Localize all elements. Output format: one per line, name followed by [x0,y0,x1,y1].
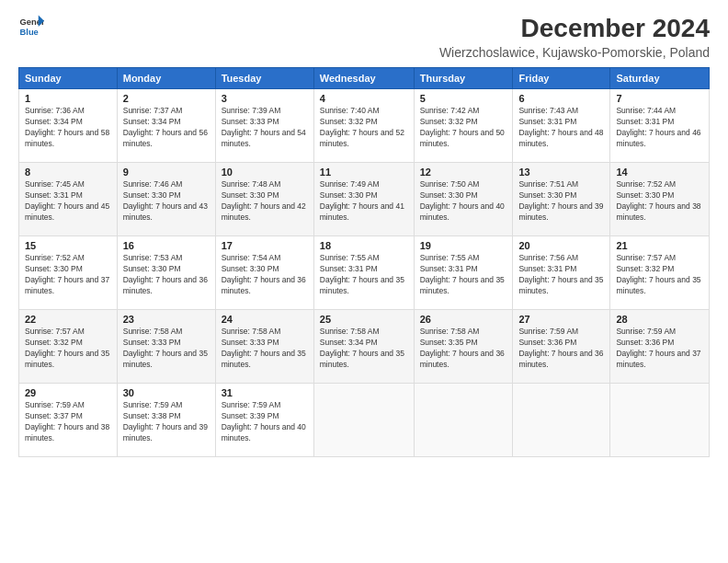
day-detail: Sunrise: 7:36 AMSunset: 3:34 PMDaylight:… [25,106,111,150]
day-number: 11 [320,167,408,178]
logo-icon: General Blue [18,14,44,40]
table-row: 9 Sunrise: 7:46 AMSunset: 3:30 PMDayligh… [117,163,215,236]
table-row: 15 Sunrise: 7:52 AMSunset: 3:30 PMDaylig… [19,236,118,310]
svg-text:Blue: Blue [20,28,39,37]
day-number: 19 [420,240,507,251]
col-saturday: Saturday [610,68,710,89]
day-number: 17 [222,240,308,251]
table-row: 16 Sunrise: 7:53 AMSunset: 3:30 PMDaylig… [117,236,215,310]
day-detail: Sunrise: 7:52 AMSunset: 3:30 PMDaylight:… [616,179,703,224]
day-detail: Sunrise: 7:59 AMSunset: 3:36 PMDaylight:… [616,327,703,371]
day-detail: Sunrise: 7:46 AMSunset: 3:30 PMDaylight:… [123,179,210,224]
table-row: 2 Sunrise: 7:37 AMSunset: 3:34 PMDayligh… [117,89,215,163]
day-number: 8 [25,167,111,178]
col-tuesday: Tuesday [215,68,313,89]
table-row: 22 Sunrise: 7:57 AMSunset: 3:32 PMDaylig… [19,310,118,384]
calendar-header-row: Sunday Monday Tuesday Wednesday Thursday… [19,68,710,89]
table-row: 8 Sunrise: 7:45 AMSunset: 3:31 PMDayligh… [19,163,118,236]
day-detail: Sunrise: 7:59 AMSunset: 3:36 PMDaylight:… [518,327,604,371]
table-row: 1 Sunrise: 7:36 AMSunset: 3:34 PMDayligh… [19,89,118,163]
col-monday: Monday [117,68,215,89]
day-number: 18 [320,240,408,251]
table-row: 30 Sunrise: 7:59 AMSunset: 3:38 PMDaylig… [117,384,215,457]
day-number: 27 [518,314,604,325]
day-detail: Sunrise: 7:58 AMSunset: 3:33 PMDaylight:… [222,327,308,371]
table-row: 20 Sunrise: 7:56 AMSunset: 3:31 PMDaylig… [513,236,610,310]
day-number: 16 [123,240,210,251]
day-number: 15 [25,240,111,251]
table-row: 31 Sunrise: 7:59 AMSunset: 3:39 PMDaylig… [215,384,313,457]
day-number: 2 [123,93,210,104]
table-row: 5 Sunrise: 7:42 AMSunset: 3:32 PMDayligh… [414,89,513,163]
day-number: 23 [123,314,210,325]
table-row: 26 Sunrise: 7:58 AMSunset: 3:35 PMDaylig… [414,310,513,384]
day-detail: Sunrise: 7:59 AMSunset: 3:37 PMDaylight:… [25,400,111,444]
day-number: 22 [25,314,111,325]
day-detail: Sunrise: 7:58 AMSunset: 3:33 PMDaylight:… [123,327,210,371]
table-row: 19 Sunrise: 7:55 AMSunset: 3:31 PMDaylig… [414,236,513,310]
day-detail: Sunrise: 7:59 AMSunset: 3:39 PMDaylight:… [222,400,308,444]
table-row: 24 Sunrise: 7:58 AMSunset: 3:33 PMDaylig… [215,310,313,384]
day-number: 6 [518,93,604,104]
table-row: 6 Sunrise: 7:43 AMSunset: 3:31 PMDayligh… [513,89,610,163]
day-detail: Sunrise: 7:48 AMSunset: 3:30 PMDaylight:… [222,179,308,224]
table-row: 12 Sunrise: 7:50 AMSunset: 3:30 PMDaylig… [414,163,513,236]
day-detail: Sunrise: 7:55 AMSunset: 3:31 PMDaylight:… [320,253,408,297]
table-row: 13 Sunrise: 7:51 AMSunset: 3:30 PMDaylig… [513,163,610,236]
day-number: 20 [518,240,604,251]
day-number: 24 [222,314,308,325]
day-detail: Sunrise: 7:50 AMSunset: 3:30 PMDaylight:… [420,179,507,224]
table-row: 10 Sunrise: 7:48 AMSunset: 3:30 PMDaylig… [215,163,313,236]
table-row [610,384,710,457]
day-number: 21 [616,240,703,251]
day-number: 28 [616,314,703,325]
day-number: 3 [222,93,308,104]
day-detail: Sunrise: 7:39 AMSunset: 3:33 PMDaylight:… [222,106,308,150]
day-detail: Sunrise: 7:44 AMSunset: 3:31 PMDaylight:… [616,106,703,150]
table-row [313,384,414,457]
table-row: 14 Sunrise: 7:52 AMSunset: 3:30 PMDaylig… [610,163,710,236]
table-row: 3 Sunrise: 7:39 AMSunset: 3:33 PMDayligh… [215,89,313,163]
page-subtitle: Wierzchoslawice, Kujawsko-Pomorskie, Pol… [439,45,710,60]
day-number: 29 [25,387,111,398]
page-header: General Blue December 2024 Wierzchoslawi… [18,14,710,60]
day-number: 25 [320,314,408,325]
day-number: 12 [420,167,507,178]
day-number: 1 [25,93,111,104]
day-detail: Sunrise: 7:43 AMSunset: 3:31 PMDaylight:… [518,106,604,150]
day-number: 4 [320,93,408,104]
day-detail: Sunrise: 7:53 AMSunset: 3:30 PMDaylight:… [123,253,210,297]
table-row: 21 Sunrise: 7:57 AMSunset: 3:32 PMDaylig… [610,236,710,310]
table-row: 11 Sunrise: 7:49 AMSunset: 3:30 PMDaylig… [313,163,414,236]
logo: General Blue [18,14,44,40]
day-detail: Sunrise: 7:45 AMSunset: 3:31 PMDaylight:… [25,179,111,224]
col-wednesday: Wednesday [313,68,414,89]
table-row: 29 Sunrise: 7:59 AMSunset: 3:37 PMDaylig… [19,384,118,457]
page-title: December 2024 [439,14,710,43]
table-row [414,384,513,457]
table-row: 27 Sunrise: 7:59 AMSunset: 3:36 PMDaylig… [513,310,610,384]
day-number: 30 [123,387,210,398]
day-detail: Sunrise: 7:57 AMSunset: 3:32 PMDaylight:… [616,253,703,297]
day-detail: Sunrise: 7:51 AMSunset: 3:30 PMDaylight:… [518,179,604,224]
table-row: 4 Sunrise: 7:40 AMSunset: 3:32 PMDayligh… [313,89,414,163]
day-number: 31 [222,387,308,398]
table-row: 7 Sunrise: 7:44 AMSunset: 3:31 PMDayligh… [610,89,710,163]
day-detail: Sunrise: 7:58 AMSunset: 3:35 PMDaylight:… [420,327,507,371]
col-friday: Friday [513,68,610,89]
day-number: 5 [420,93,507,104]
day-detail: Sunrise: 7:58 AMSunset: 3:34 PMDaylight:… [320,327,408,371]
table-row: 25 Sunrise: 7:58 AMSunset: 3:34 PMDaylig… [313,310,414,384]
day-detail: Sunrise: 7:55 AMSunset: 3:31 PMDaylight:… [420,253,507,297]
day-number: 9 [123,167,210,178]
day-detail: Sunrise: 7:54 AMSunset: 3:30 PMDaylight:… [222,253,308,297]
day-number: 26 [420,314,507,325]
day-number: 10 [222,167,308,178]
table-row: 28 Sunrise: 7:59 AMSunset: 3:36 PMDaylig… [610,310,710,384]
day-detail: Sunrise: 7:59 AMSunset: 3:38 PMDaylight:… [123,400,210,444]
day-detail: Sunrise: 7:42 AMSunset: 3:32 PMDaylight:… [420,106,507,150]
day-detail: Sunrise: 7:52 AMSunset: 3:30 PMDaylight:… [25,253,111,297]
day-detail: Sunrise: 7:56 AMSunset: 3:31 PMDaylight:… [518,253,604,297]
day-detail: Sunrise: 7:37 AMSunset: 3:34 PMDaylight:… [123,106,210,150]
day-detail: Sunrise: 7:40 AMSunset: 3:32 PMDaylight:… [320,106,408,150]
